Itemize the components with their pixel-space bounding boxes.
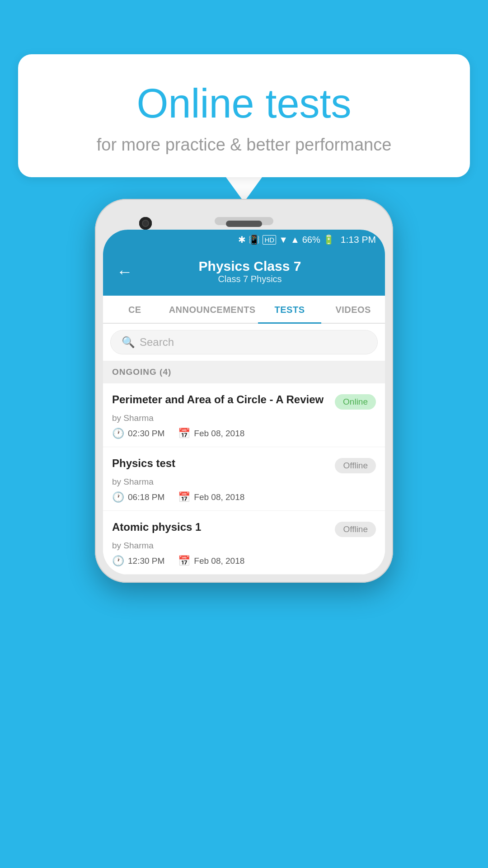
app-header: ← Physics Class 7 Class 7 Physics <box>103 250 385 296</box>
clock-icon: 🕐 <box>112 428 124 439</box>
test-date: 📅 Feb 08, 2018 <box>178 491 244 503</box>
test-meta: 🕐 12:30 PM 📅 Feb 08, 2018 <box>112 555 376 567</box>
test-title: Physics test <box>112 456 335 470</box>
test-title: Atomic physics 1 <box>112 520 335 534</box>
test-time-value: 02:30 PM <box>128 429 164 439</box>
tab-ce[interactable]: CE <box>103 296 167 324</box>
back-button[interactable]: ← <box>117 262 133 281</box>
test-author: by Sharma <box>112 413 376 423</box>
test-date: 📅 Feb 08, 2018 <box>178 428 244 439</box>
status-bar: ✱ 📳 HD ▼ ▲ 66% 🔋 1:13 PM <box>103 230 385 250</box>
battery-label: 66% <box>302 235 320 245</box>
status-time: 1:13 PM <box>341 234 376 245</box>
tab-announcements[interactable]: ANNOUNCEMENTS <box>167 296 258 324</box>
header-title-block: Physics Class 7 Class 7 Physics <box>142 259 371 284</box>
phone-mockup: ✱ 📳 HD ▼ ▲ 66% 🔋 1:13 PM ← Physics Class… <box>95 199 393 583</box>
test-item-header: Physics test Offline <box>112 456 376 473</box>
test-time: 🕐 06:18 PM <box>112 491 164 503</box>
clock-icon: 🕐 <box>112 555 124 567</box>
test-time: 🕐 12:30 PM <box>112 555 164 567</box>
test-badge-offline: Offline <box>335 458 376 473</box>
search-input[interactable]: Search <box>140 336 174 349</box>
test-author: by Sharma <box>112 477 376 487</box>
search-icon: 🔍 <box>122 336 135 349</box>
promo-section: Online tests for more practice & better … <box>18 54 470 202</box>
test-date: 📅 Feb 08, 2018 <box>178 555 244 567</box>
test-date-value: Feb 08, 2018 <box>194 492 244 502</box>
test-meta: 🕐 02:30 PM 📅 Feb 08, 2018 <box>112 428 376 439</box>
test-badge-online: Online <box>335 394 376 410</box>
test-badge-offline: Offline <box>335 522 376 537</box>
search-box[interactable]: 🔍 Search <box>110 330 378 354</box>
test-item[interactable]: Atomic physics 1 Offline by Sharma 🕐 12:… <box>103 511 385 575</box>
test-meta: 🕐 06:18 PM 📅 Feb 08, 2018 <box>112 491 376 503</box>
vibrate-icon: 📳 <box>249 234 260 245</box>
phone-camera-icon <box>139 217 152 230</box>
phone-home-button <box>226 221 262 227</box>
test-item[interactable]: Perimeter and Area of a Circle - A Revie… <box>103 383 385 447</box>
test-time-value: 06:18 PM <box>128 492 164 502</box>
tab-tests[interactable]: TESTS <box>258 296 322 324</box>
promo-title: Online tests <box>45 81 443 126</box>
speech-bubble: Online tests for more practice & better … <box>18 54 470 177</box>
phone-top <box>103 207 385 230</box>
promo-subtitle: for more practice & better performance <box>45 135 443 155</box>
test-author: by Sharma <box>112 541 376 551</box>
section-header: ONGOING (4) <box>103 361 385 383</box>
test-date-value: Feb 08, 2018 <box>194 556 244 566</box>
phone-outer: ✱ 📳 HD ▼ ▲ 66% 🔋 1:13 PM ← Physics Class… <box>95 199 393 583</box>
clock-icon: 🕐 <box>112 491 124 503</box>
header-subtitle: Class 7 Physics <box>142 274 358 284</box>
test-item[interactable]: Physics test Offline by Sharma 🕐 06:18 P… <box>103 447 385 511</box>
test-item-header: Atomic physics 1 Offline <box>112 520 376 537</box>
calendar-icon: 📅 <box>178 428 190 439</box>
tabs-bar: CE ANNOUNCEMENTS TESTS VIDEOS <box>103 296 385 324</box>
tab-videos[interactable]: VIDEOS <box>321 296 385 324</box>
test-item-header: Perimeter and Area of a Circle - A Revie… <box>112 392 376 410</box>
bluetooth-icon: ✱ <box>238 234 246 245</box>
battery-icon: 🔋 <box>323 234 334 245</box>
status-icons: ✱ 📳 HD ▼ ▲ 66% 🔋 1:13 PM <box>238 234 376 245</box>
test-date-value: Feb 08, 2018 <box>194 429 244 439</box>
test-time-value: 12:30 PM <box>128 556 164 566</box>
calendar-icon: 📅 <box>178 555 190 567</box>
test-title: Perimeter and Area of a Circle - A Revie… <box>112 392 335 406</box>
test-time: 🕐 02:30 PM <box>112 428 164 439</box>
calendar-icon: 📅 <box>178 491 190 503</box>
hd-icon: HD <box>263 235 276 245</box>
header-title: Physics Class 7 <box>142 259 358 274</box>
signal-icon: ▲ <box>291 235 300 245</box>
phone-screen: ✱ 📳 HD ▼ ▲ 66% 🔋 1:13 PM ← Physics Class… <box>103 230 385 575</box>
wifi-icon: ▼ <box>279 235 288 245</box>
search-container: 🔍 Search <box>103 324 385 361</box>
speech-bubble-tail <box>226 177 262 202</box>
